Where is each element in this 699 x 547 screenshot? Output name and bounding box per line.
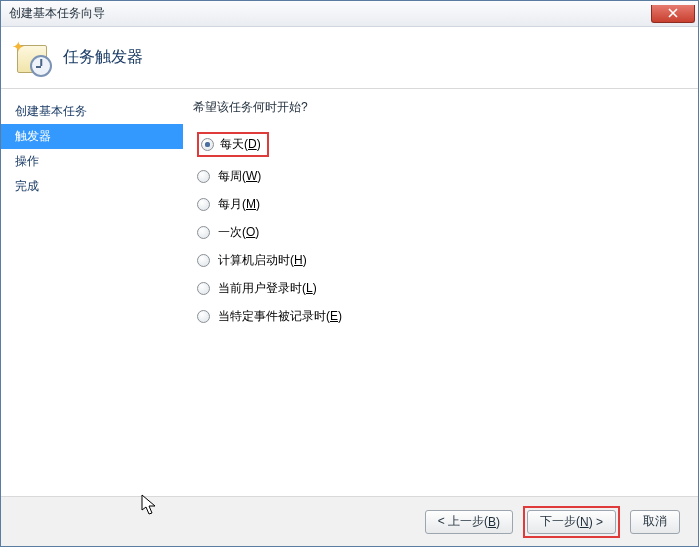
radio-option-4[interactable]: 计算机启动时(H) [197, 252, 680, 269]
radio-label: 计算机启动时(H) [218, 252, 307, 269]
radio-option-5[interactable]: 当前用户登录时(L) [197, 280, 680, 297]
next-button-highlight: 下一步(N) > [523, 506, 620, 538]
sidebar-item-finish[interactable]: 完成 [1, 174, 183, 199]
trigger-options: 每天(D)每周(W)每月(M)一次(O)计算机启动时(H)当前用户登录时(L)当… [193, 132, 680, 325]
close-icon [668, 8, 678, 18]
cursor-icon [141, 494, 159, 516]
radio-indicator [197, 282, 210, 295]
radio-label: 一次(O) [218, 224, 259, 241]
radio-option-0[interactable]: 每天(D) [197, 132, 680, 157]
radio-indicator [197, 310, 210, 323]
trigger-question: 希望该任务何时开始? [193, 99, 680, 116]
back-button[interactable]: < 上一步(B) [425, 510, 513, 534]
wizard-footer: < 上一步(B) 下一步(N) > 取消 [1, 496, 698, 546]
close-button[interactable] [651, 5, 695, 23]
sidebar-item-create-task[interactable]: 创建基本任务 [1, 99, 183, 124]
radio-option-6[interactable]: 当特定事件被记录时(E) [197, 308, 680, 325]
option-highlight: 每天(D) [197, 132, 269, 157]
radio-label: 当特定事件被记录时(E) [218, 308, 342, 325]
window-title: 创建基本任务向导 [9, 5, 105, 22]
radio-label: 每周(W) [218, 168, 261, 185]
sidebar-item-trigger[interactable]: 触发器 [1, 124, 183, 149]
radio-option-1[interactable]: 每周(W) [197, 168, 680, 185]
radio-option-2[interactable]: 每月(M) [197, 196, 680, 213]
radio-indicator [197, 170, 210, 183]
wizard-main: 希望该任务何时开始? 每天(D)每周(W)每月(M)一次(O)计算机启动时(H)… [183, 89, 698, 496]
titlebar: 创建基本任务向导 [1, 1, 698, 27]
wizard-sidebar: 创建基本任务 触发器 操作 完成 [1, 89, 183, 496]
wizard-body: 创建基本任务 触发器 操作 完成 希望该任务何时开始? 每天(D)每周(W)每月… [1, 89, 698, 496]
radio-option-3[interactable]: 一次(O) [197, 224, 680, 241]
sidebar-item-action[interactable]: 操作 [1, 149, 183, 174]
radio-label: 当前用户登录时(L) [218, 280, 317, 297]
radio-indicator [197, 198, 210, 211]
radio-label: 每月(M) [218, 196, 260, 213]
radio-indicator [197, 226, 210, 239]
next-button[interactable]: 下一步(N) > [527, 510, 616, 534]
cancel-button[interactable]: 取消 [630, 510, 680, 534]
wizard-window: 创建基本任务向导 ✦ 任务触发器 创建基本任务 触发器 操作 完成 希望该任务何… [0, 0, 699, 547]
radio-indicator [201, 138, 214, 151]
wizard-header: ✦ 任务触发器 [1, 27, 698, 89]
scheduler-icon: ✦ [15, 41, 49, 75]
radio-indicator [197, 254, 210, 267]
page-title: 任务触发器 [63, 47, 143, 68]
radio-label: 每天(D) [220, 136, 261, 153]
